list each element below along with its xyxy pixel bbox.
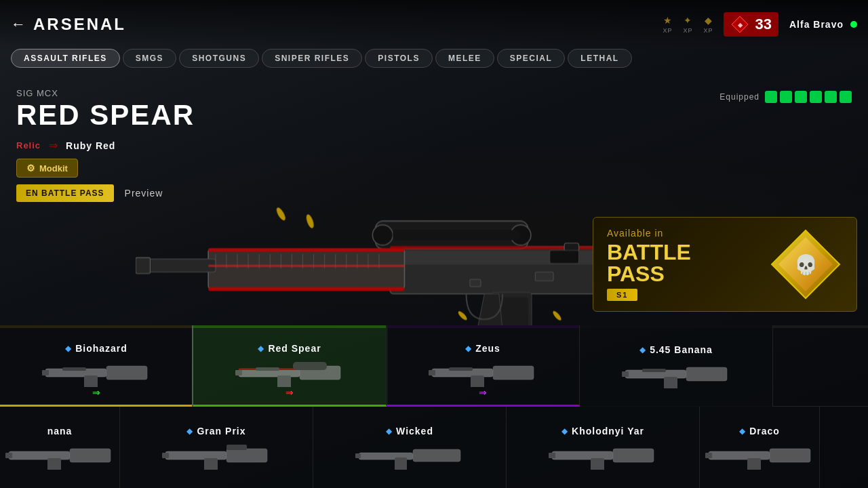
weapon-name-banana: 5.45 Banana bbox=[650, 344, 713, 355]
weapon-card-kholodnyi-yar[interactable]: ◆ Kholodnyi Yar bbox=[507, 407, 700, 488]
bp-diamond-svg: 💀 bbox=[768, 227, 843, 302]
gun-icon-wicked bbox=[355, 439, 464, 470]
svg-rect-84 bbox=[552, 451, 613, 460]
weapon-card-nana[interactable]: nana bbox=[0, 407, 120, 488]
svg-rect-73 bbox=[5, 453, 12, 458]
main-area: Sig MCX RED SPEAR Relic ⇒ Ruby Red ⚙ Mod… bbox=[0, 75, 868, 488]
rank-emblem-icon: ◈ bbox=[730, 15, 749, 34]
svg-rect-57 bbox=[277, 375, 291, 387]
svg-text:◈: ◈ bbox=[737, 22, 743, 28]
svg-rect-68 bbox=[622, 371, 629, 377]
bp-title-line1: BATTLE bbox=[607, 240, 691, 264]
svg-rect-82 bbox=[355, 453, 361, 458]
xp-token-1[interactable]: ★ XP bbox=[663, 15, 672, 34]
weapon-card-red-spear[interactable]: ◆ Red Spear ⇒ bbox=[193, 325, 387, 407]
equipped-slots bbox=[765, 91, 852, 103]
svg-point-44 bbox=[457, 310, 469, 321]
svg-rect-71 bbox=[9, 451, 70, 460]
rarity-label: Relic bbox=[16, 140, 41, 150]
svg-point-42 bbox=[275, 206, 287, 222]
equipped-slot-3 bbox=[795, 91, 807, 103]
svg-rect-56 bbox=[235, 370, 242, 375]
weapon-card-banana[interactable]: ◆ 5.45 Banana bbox=[580, 325, 773, 407]
xp-token-3[interactable]: ◆ XP bbox=[703, 15, 713, 34]
equipped-row: Equipped bbox=[719, 91, 852, 103]
svg-rect-35 bbox=[208, 287, 404, 291]
svg-rect-86 bbox=[549, 453, 555, 458]
tab-melee[interactable]: MELEE bbox=[435, 49, 494, 68]
equipped-slot-1 bbox=[765, 91, 777, 103]
nav-tabs-bar: ASSAULT RIFLES SMGS SHOTGUNS SNIPER RIFL… bbox=[0, 49, 868, 68]
svg-rect-89 bbox=[770, 449, 810, 462]
weapon-name-red-spear: Red Spear bbox=[268, 343, 321, 354]
svg-rect-87 bbox=[591, 458, 604, 470]
username: Alfa Bravo bbox=[789, 19, 844, 30]
weapon-card-zeus[interactable]: ◆ Zeus ⇒ bbox=[387, 325, 580, 407]
svg-rect-67 bbox=[686, 367, 727, 381]
weapon-header-nana: nana bbox=[47, 426, 73, 436]
modkit-icon: ⚙ bbox=[26, 163, 35, 174]
svg-rect-83 bbox=[395, 458, 407, 470]
weapon-header-zeus: ◆ Zeus bbox=[465, 343, 500, 354]
tab-special[interactable]: SPECIAL bbox=[497, 49, 566, 68]
tab-lethal[interactable]: LETHAL bbox=[568, 49, 631, 68]
xp-token-2[interactable]: ✦ XP bbox=[683, 15, 692, 34]
weapon-name-biohazard: Biohazard bbox=[75, 343, 127, 354]
gun-icon-zeus bbox=[429, 357, 537, 387]
equipped-label: Equipped bbox=[719, 92, 760, 102]
svg-rect-40 bbox=[470, 279, 481, 287]
diamond-icon-kholodnyi: ◆ bbox=[561, 426, 568, 436]
weapon-card-wicked[interactable]: ◆ Wicked bbox=[313, 407, 507, 488]
rarity-color-name: Ruby Red bbox=[66, 140, 115, 151]
tab-sniper-rifles[interactable]: SNIPER RIFLES bbox=[262, 49, 362, 68]
bp-season-badge: S1 bbox=[607, 289, 637, 301]
back-button[interactable]: ← ARSENAL bbox=[11, 15, 126, 34]
weapon-card-biohazard[interactable]: ◆ Biohazard ⇒ bbox=[0, 325, 193, 407]
svg-rect-76 bbox=[226, 449, 267, 462]
bp-title: BATTLE PASS bbox=[607, 241, 768, 285]
user-info: Alfa Bravo bbox=[789, 19, 857, 30]
tab-assault-rifles[interactable]: ASSAULT RIFLES bbox=[11, 49, 120, 68]
gun-title: RED SPEAR bbox=[16, 101, 195, 129]
weapon-header-red-spear: ◆ Red Spear bbox=[258, 343, 321, 354]
svg-rect-60 bbox=[293, 362, 327, 370]
svg-rect-52 bbox=[84, 375, 98, 387]
rarity-arrow-icon-1: ⇒ bbox=[49, 139, 58, 152]
equipped-slot-2 bbox=[780, 91, 792, 103]
bp-diamond-icon: 💀 bbox=[768, 227, 843, 302]
equipped-slot-4 bbox=[810, 91, 822, 103]
gun-icon-gran-prix bbox=[162, 439, 271, 470]
xp-star-icon-2: ✦ bbox=[684, 15, 692, 26]
svg-rect-77 bbox=[162, 453, 169, 458]
xp-star-icon: ★ bbox=[663, 15, 672, 26]
svg-point-45 bbox=[551, 310, 562, 321]
equipped-slot-6 bbox=[840, 91, 852, 103]
weapon-header-draco: ◆ Draco bbox=[739, 426, 780, 436]
tab-smgs[interactable]: SMGS bbox=[123, 49, 176, 68]
biohazard-indicator: ⇒ bbox=[92, 387, 100, 398]
arrow-right-icon-biohazard: ⇒ bbox=[92, 387, 100, 398]
weapon-name-kholodnyi: Kholodnyi Yar bbox=[572, 426, 644, 436]
modkit-button[interactable]: ⚙ Modkit bbox=[16, 159, 78, 178]
xp-label-2: XP bbox=[683, 27, 692, 34]
gun-icon-biohazard bbox=[42, 357, 151, 387]
weapon-card-gran-prix[interactable]: ◆ Gran Prix bbox=[120, 407, 313, 488]
battle-pass-button[interactable]: EN BATTLE PASS bbox=[16, 184, 114, 202]
svg-rect-62 bbox=[493, 366, 534, 380]
diamond-icon-red-spear: ◆ bbox=[258, 344, 264, 353]
battle-pass-overlay[interactable]: Available in BATTLE PASS S1 bbox=[593, 217, 857, 312]
weapon-name-draco: Draco bbox=[749, 426, 780, 436]
svg-rect-39 bbox=[535, 272, 553, 281]
online-indicator bbox=[850, 21, 857, 28]
svg-rect-91 bbox=[747, 458, 761, 470]
preview-button[interactable]: Preview bbox=[125, 188, 163, 199]
tab-shotguns[interactable]: SHOTGUNS bbox=[179, 49, 259, 68]
rank-number: 33 bbox=[755, 16, 771, 33]
weapon-header-biohazard: ◆ Biohazard bbox=[65, 343, 127, 354]
svg-rect-75 bbox=[165, 451, 226, 460]
gun-icon-draco bbox=[705, 439, 814, 470]
weapon-card-draco[interactable]: ◆ Draco bbox=[700, 407, 820, 488]
svg-point-43 bbox=[304, 214, 315, 229]
rarity-row: Relic ⇒ Ruby Red bbox=[16, 139, 195, 152]
tab-pistols[interactable]: PISTOLS bbox=[365, 49, 433, 68]
